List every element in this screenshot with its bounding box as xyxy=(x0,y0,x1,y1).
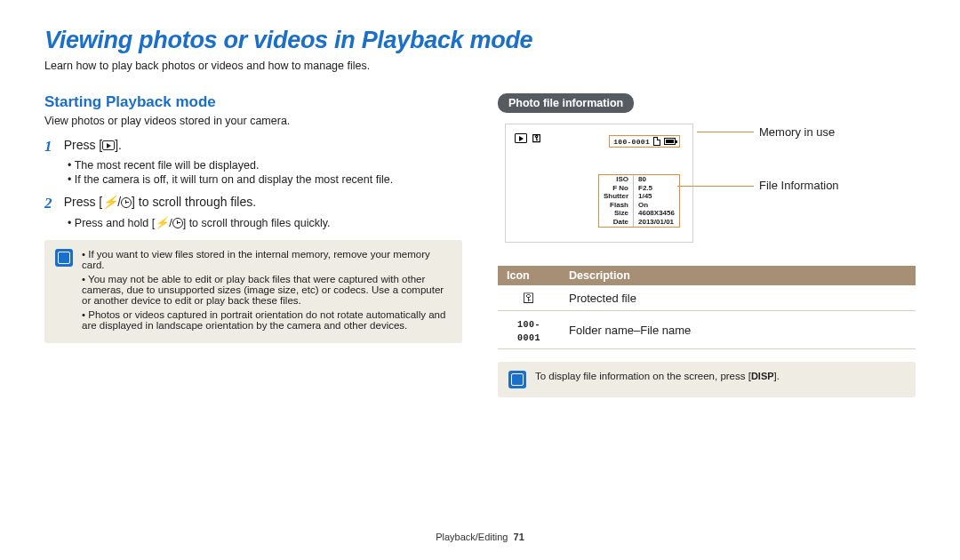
playback-icon xyxy=(102,140,115,150)
info-label: Flash xyxy=(599,201,634,210)
lcd-frame: ⚿ 100-0001 ISO80 F NoF2.5 Shutter1/45 Fl… xyxy=(505,124,693,243)
info-value: 4608X3456 xyxy=(634,209,679,218)
step-number: 2 xyxy=(44,195,60,212)
info-value: F2.5 xyxy=(634,184,679,193)
memory-callout-box: 100-0001 xyxy=(609,135,680,148)
list-item: The most recent file will be displayed. xyxy=(68,159,462,172)
callout-line xyxy=(697,132,754,132)
info-label: ISO xyxy=(599,175,634,184)
table-row: 100-0001 Folder name–File name xyxy=(498,311,916,349)
list-item: If the camera is off, it will turn on an… xyxy=(68,173,462,186)
timer-icon xyxy=(172,218,183,228)
table-row: ⚿ Protected file xyxy=(498,285,916,311)
page-title: Viewing photos or videos in Playback mod… xyxy=(44,27,916,54)
page-footer: Playback/Editing 71 xyxy=(0,532,960,542)
step-text: Press []. xyxy=(64,138,122,152)
table-header: Icon xyxy=(498,266,560,285)
table-header: Description xyxy=(560,266,916,285)
icon-description-table: Icon Description ⚿ Protected file 100-00… xyxy=(498,266,916,349)
file-code: 100-0001 xyxy=(613,138,650,146)
playback-icon xyxy=(515,133,527,143)
list-item: If you want to view files stored in the … xyxy=(82,249,452,270)
info-value: 2013/01/01 xyxy=(634,218,679,227)
footer-section: Playback/Editing xyxy=(436,532,508,542)
two-column-layout: Starting Playback mode View photos or pl… xyxy=(44,93,916,397)
step-2-bullets: Press and hold [⚡/] to scroll through fi… xyxy=(68,216,462,229)
step-number: 1 xyxy=(44,138,60,156)
file-info-box: ISO80 F NoF2.5 Shutter1/45 FlashOn Size4… xyxy=(598,174,680,228)
info-value: 1/45 xyxy=(634,192,679,201)
note-list: If you want to view files stored in the … xyxy=(82,249,452,334)
key-icon: ⚿ xyxy=(523,291,535,305)
info-value: 80 xyxy=(634,175,679,184)
key-icon: ⚿ xyxy=(532,133,541,143)
callout-label: Memory in use xyxy=(759,125,835,139)
page-number: 71 xyxy=(514,532,524,542)
memory-card-icon xyxy=(653,137,660,146)
left-column: Starting Playback mode View photos or pl… xyxy=(44,93,462,397)
info-label: Date xyxy=(599,218,634,227)
disp-button-label: DISP xyxy=(751,371,774,381)
timer-icon xyxy=(121,197,132,208)
flash-icon: ⚡ xyxy=(102,195,117,209)
step-1-bullets: The most recent file will be displayed. … xyxy=(68,159,462,186)
section-heading: Starting Playback mode xyxy=(44,93,462,111)
tip-box: To display file information on the scree… xyxy=(498,362,916,397)
step-text: Press [⚡/] to scroll through files. xyxy=(64,195,257,209)
right-column: Photo file information ⚿ 100-0001 xyxy=(498,93,916,397)
table-cell: Folder name–File name xyxy=(560,311,916,349)
section-sub: View photos or play videos stored in you… xyxy=(44,115,462,127)
note-icon xyxy=(508,371,526,388)
step-1: 1 Press []. The most recent file will be… xyxy=(44,138,462,186)
step-2: 2 Press [⚡/] to scroll through files. Pr… xyxy=(44,195,462,229)
list-item: Photos or videos captured in portrait or… xyxy=(82,309,452,331)
table-cell: Protected file xyxy=(560,285,916,311)
callout-label: File Information xyxy=(759,179,839,192)
tip-text: To display file information on the scree… xyxy=(535,371,780,388)
callout-line xyxy=(677,186,754,187)
lcd-diagram: ⚿ 100-0001 ISO80 F NoF2.5 Shutter1/45 Fl… xyxy=(505,124,916,257)
filecode-icon: 100-0001 xyxy=(517,320,540,343)
note-icon xyxy=(55,249,73,267)
flash-icon: ⚡ xyxy=(155,217,169,229)
page-intro: Learn how to play back photos or videos … xyxy=(44,60,916,72)
battery-icon xyxy=(664,138,676,145)
info-label: Size xyxy=(599,209,634,218)
note-box: If you want to view files stored in the … xyxy=(44,240,462,343)
info-label: F No xyxy=(599,184,634,193)
list-item: Press and hold [⚡/] to scroll through fi… xyxy=(68,216,462,229)
list-item: You may not be able to edit or play back… xyxy=(82,274,452,306)
info-label: Shutter xyxy=(599,192,634,201)
subsection-pill: Photo file information xyxy=(498,93,634,113)
info-value: On xyxy=(634,201,679,210)
